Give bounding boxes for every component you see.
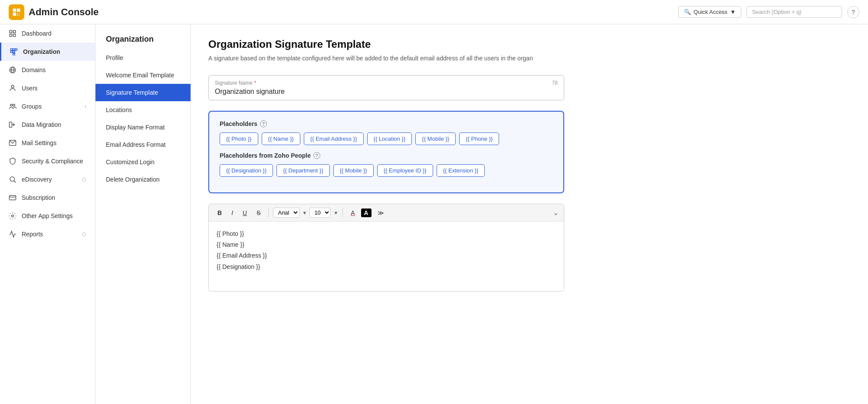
sidebar-item-dashboard[interactable]: Dashboard xyxy=(0,24,95,43)
underline-button[interactable]: U xyxy=(239,208,250,218)
sidebar-label-ediscovery: eDiscovery xyxy=(22,176,52,183)
ph-badge-employee-id[interactable]: {{ Employee ID }} xyxy=(377,164,433,177)
dashboard-icon xyxy=(9,30,16,37)
svg-rect-1 xyxy=(13,30,16,33)
zoho-placeholders-help-icon: ? xyxy=(313,152,320,159)
app-logo xyxy=(9,4,24,20)
background-color-button[interactable]: A xyxy=(361,209,372,217)
sidebar-label-reports: Reports xyxy=(22,231,43,238)
placeholders-help-icon: ? xyxy=(260,120,267,127)
sidebar-item-mail-settings[interactable]: Mail Settings xyxy=(0,134,95,152)
sidebar-item-domains[interactable]: Domains xyxy=(0,61,95,79)
sidebar-item-other-app-settings[interactable]: Other App Settings xyxy=(0,207,95,225)
top-bar-right: 🔍 Quick Access ▼ Search (Option + q) ? xyxy=(678,6,859,18)
sidebar-label-dashboard: Dashboard xyxy=(22,30,52,37)
sidebar-label-other-app-settings: Other App Settings xyxy=(22,212,73,219)
chevron-down-icon: ▼ xyxy=(730,9,736,15)
font-color-button[interactable]: A xyxy=(347,208,358,218)
bold-button[interactable]: B xyxy=(214,208,225,218)
mid-nav-item-profile[interactable]: Profile xyxy=(95,49,191,66)
search-icon: 🔍 xyxy=(684,9,691,15)
editor-line-3: {{ Email Address }} xyxy=(217,250,556,261)
sidebar-label-domains: Domains xyxy=(22,66,46,73)
svg-rect-9 xyxy=(13,53,15,55)
external-icon-reports: ⬡ xyxy=(82,232,86,237)
ph-badge-extension[interactable]: {{ Extension }} xyxy=(437,164,485,177)
svg-rect-2 xyxy=(13,34,16,36)
mid-nav-item-email-address-format[interactable]: Email Address Format xyxy=(95,136,191,153)
ph-badge-name[interactable]: {{ Name }} xyxy=(262,132,300,145)
layout: Dashboard Organization Domains Users xyxy=(0,24,868,404)
sidebar-label-subscription: Subscription xyxy=(22,194,55,201)
sidebar-item-organization[interactable]: Organization xyxy=(0,43,95,61)
sidebar-item-users[interactable]: Users xyxy=(0,79,95,97)
editor-body[interactable]: {{ Photo }} {{ Name }} {{ Email Address … xyxy=(209,222,564,291)
ph-badge-phone[interactable]: {{ Phone }} xyxy=(459,132,499,145)
ph-badge-zoho-mobile[interactable]: {{ Mobile }} xyxy=(333,164,374,177)
svg-rect-7 xyxy=(13,51,15,53)
strikethrough-button[interactable]: S xyxy=(253,208,264,218)
signature-name-field[interactable]: Signature Name * Organization signature … xyxy=(208,75,564,100)
svg-point-15 xyxy=(13,104,15,106)
domains-icon xyxy=(9,66,16,74)
page-description: A signature based on the template config… xyxy=(208,54,851,63)
sidebar-item-groups[interactable]: Groups › xyxy=(0,97,95,116)
italic-button[interactable]: I xyxy=(228,208,237,218)
top-bar-left: Admin Console xyxy=(9,4,99,20)
more-options-button[interactable]: ≫ xyxy=(374,208,388,218)
app-title: Admin Console xyxy=(29,7,99,18)
quick-access-label: Quick Access xyxy=(694,9,727,15)
svg-point-13 xyxy=(11,85,14,88)
font-family-select[interactable]: Arial xyxy=(273,208,299,218)
mid-nav-item-customized-login[interactable]: Customized Login xyxy=(95,153,191,171)
mid-nav-item-welcome-email[interactable]: Welcome Email Template xyxy=(95,66,191,84)
svg-rect-20 xyxy=(10,195,16,200)
sidebar-item-ediscovery[interactable]: eDiscovery ⬡ xyxy=(0,170,95,189)
security-icon xyxy=(9,157,16,165)
mid-nav-item-signature-template[interactable]: Signature Template xyxy=(95,84,191,101)
svg-rect-6 xyxy=(15,49,17,50)
sidebar-label-organization: Organization xyxy=(23,48,60,55)
ph-badge-designation[interactable]: {{ Designation }} xyxy=(220,164,273,177)
quick-access-button[interactable]: 🔍 Quick Access ▼ xyxy=(678,6,741,18)
sidebar: Dashboard Organization Domains Users xyxy=(0,24,95,404)
chevron-right-icon: › xyxy=(85,103,86,109)
sidebar-label-users: Users xyxy=(22,85,38,92)
search-bar[interactable]: Search (Option + q) xyxy=(746,6,842,18)
mid-nav-item-display-name-format[interactable]: Display Name Format xyxy=(95,119,191,136)
ph-badge-department[interactable]: {{ Department }} xyxy=(276,164,330,177)
ph-badge-location[interactable]: {{ Location }} xyxy=(367,132,412,145)
subscription-icon xyxy=(9,194,16,202)
other-app-icon xyxy=(9,212,16,220)
editor-wrap: B I U S Arial ▼ 10 ▼ A A ≫ ⌄ {{ xyxy=(208,204,564,291)
expand-icon[interactable]: ⌄ xyxy=(553,209,559,217)
sidebar-item-data-migration[interactable]: Data Migration xyxy=(0,116,95,134)
font-size-select[interactable]: 10 xyxy=(309,208,331,218)
zoho-placeholder-badges: {{ Designation }} {{ Department }} {{ Mo… xyxy=(220,164,553,177)
placeholders-title: Placeholders ? xyxy=(220,120,553,127)
ph-badge-mobile[interactable]: {{ Mobile }} xyxy=(415,132,456,145)
sidebar-item-subscription[interactable]: Subscription xyxy=(0,189,95,207)
top-bar: Admin Console 🔍 Quick Access ▼ Search (O… xyxy=(0,0,868,24)
editor-toolbar: B I U S Arial ▼ 10 ▼ A A ≫ ⌄ xyxy=(209,204,564,222)
sidebar-item-security[interactable]: Security & Compliance xyxy=(0,152,95,170)
required-marker: * xyxy=(254,80,256,86)
ph-badge-email-address[interactable]: {{ Email Address }} xyxy=(304,132,364,145)
signature-name-char-count: 78 xyxy=(552,80,558,86)
sidebar-item-reports[interactable]: Reports ⬡ xyxy=(0,225,95,243)
sidebar-label-security: Security & Compliance xyxy=(22,158,83,165)
groups-icon xyxy=(9,103,16,110)
reports-icon xyxy=(9,230,16,238)
ediscovery-icon xyxy=(9,176,16,183)
mid-nav: Organization Profile Welcome Email Templ… xyxy=(95,24,191,404)
help-icon-button[interactable]: ? xyxy=(847,6,859,18)
ph-badge-photo[interactable]: {{ Photo }} xyxy=(220,132,258,145)
editor-line-1: {{ Photo }} xyxy=(217,228,556,239)
mid-nav-item-locations[interactable]: Locations xyxy=(95,101,191,119)
svg-point-22 xyxy=(12,215,14,217)
sidebar-label-mail-settings: Mail Settings xyxy=(22,139,56,146)
mid-nav-item-delete-organization[interactable]: Delete Organization xyxy=(95,171,191,188)
data-migration-icon xyxy=(9,121,16,129)
svg-rect-5 xyxy=(13,49,15,50)
signature-name-label: Signature Name xyxy=(215,80,253,86)
